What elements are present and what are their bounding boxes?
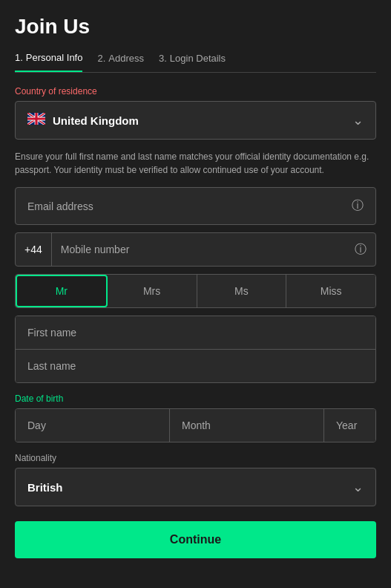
title-mr-button[interactable]: Mr (16, 275, 108, 307)
email-input[interactable] (27, 200, 352, 212)
chevron-down-icon: ⌄ (352, 112, 364, 128)
first-name-input[interactable] (16, 316, 375, 350)
page-title: Join Us (15, 15, 376, 39)
identity-info-text: Ensure your full first name and last nam… (15, 150, 376, 177)
dob-day-input[interactable] (16, 409, 170, 442)
email-info-icon[interactable]: ⓘ (352, 198, 364, 214)
uk-flag-icon (27, 113, 45, 128)
title-mrs-button[interactable]: Mrs (108, 275, 197, 307)
country-left: United Kingdom (27, 113, 139, 128)
step-personal-info[interactable]: 1. Personal Info (15, 52, 82, 72)
step-3-label: Login Details (170, 53, 226, 64)
phone-info-icon[interactable]: ⓘ (346, 242, 375, 258)
step-3-number: 3. (159, 53, 167, 64)
nationality-select-dropdown[interactable]: British ⌄ (15, 468, 376, 506)
step-2-label: Address (108, 53, 144, 64)
nationality-label: Nationality (15, 453, 376, 463)
country-of-residence-label: Country of residence (15, 86, 376, 97)
dob-label: Date of birth (15, 393, 376, 404)
phone-field-wrapper[interactable]: +44 ⓘ (15, 232, 376, 267)
step-login-details[interactable]: 3. Login Details (159, 53, 226, 71)
phone-input[interactable] (52, 233, 346, 266)
title-selector: Mr Mrs Ms Miss (15, 274, 376, 308)
dob-year-input[interactable] (324, 409, 376, 442)
step-address[interactable]: 2. Address (97, 53, 144, 71)
country-select-dropdown[interactable]: United Kingdom ⌄ (15, 101, 376, 140)
country-name: United Kingdom (53, 114, 139, 127)
dob-month-input[interactable] (170, 409, 324, 442)
last-name-input[interactable] (16, 350, 375, 382)
steps-navigation: 1. Personal Info 2. Address 3. Login Det… (15, 52, 376, 73)
step-2-number: 2. (97, 53, 105, 64)
phone-country-code: +44 (16, 233, 52, 266)
title-ms-button[interactable]: Ms (197, 275, 287, 307)
name-fields-group (15, 316, 376, 383)
nationality-chevron-down-icon: ⌄ (352, 479, 364, 495)
step-1-number: 1. (15, 52, 23, 63)
email-field-wrapper[interactable]: ⓘ (15, 187, 376, 225)
continue-button[interactable]: Continue (15, 521, 376, 558)
dob-fields-group (15, 408, 376, 442)
nationality-value: British (27, 481, 63, 494)
step-1-label: Personal Info (26, 52, 83, 63)
title-miss-button[interactable]: Miss (286, 275, 375, 307)
